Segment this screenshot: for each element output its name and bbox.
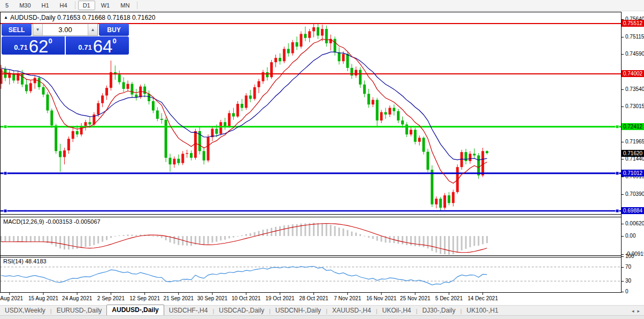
- tab-dj30-daily[interactable]: DJ30-,Daily: [417, 306, 460, 316]
- line-drag-handle[interactable]: [616, 209, 619, 212]
- chart-title: ▲AUDUSD-,Daily 0.71653 0.71668 0.71618 0…: [4, 14, 155, 21]
- date-label: 5 Dec 2021: [435, 295, 463, 301]
- axis-tick-label: 0.00: [625, 233, 635, 239]
- chart-symbol-label: AUDUSD-,Daily: [10, 14, 56, 21]
- chart-ohlc-values: 0.71653 0.71668 0.71618 0.71620: [57, 14, 156, 21]
- axis-tick: [622, 236, 624, 237]
- toolbar-button-5[interactable]: 5: [1, 1, 13, 10]
- buy-price-big: 64: [93, 39, 113, 54]
- line-drag-handle[interactable]: [4, 209, 7, 212]
- macd-label: MACD(12,26,9) -0.003153 -0.005067: [3, 218, 101, 225]
- status-strip: [0, 315, 644, 319]
- axis-tick-label: 0.74590: [625, 51, 644, 57]
- axis-tick-label: 0.70390: [625, 191, 644, 197]
- axis-tick-label: 100: [625, 253, 634, 259]
- tab-usdchf-h4[interactable]: USDCHF-,H4: [164, 306, 213, 316]
- date-label: 16 Nov 2021: [366, 295, 397, 301]
- buy-price-sup: 0: [112, 37, 116, 45]
- axis-tick: [622, 281, 624, 282]
- axis-tick: [622, 224, 624, 224]
- axis-tick-label: 0.006201: [625, 221, 644, 226]
- tab-usdcad-daily[interactable]: USDCAD-,Daily: [214, 306, 269, 316]
- tabs-scroll-left-icon[interactable]: ◂: [632, 308, 634, 314]
- buy-price-small: 0.71: [78, 43, 91, 51]
- buy-button[interactable]: BUY: [99, 24, 129, 36]
- sell-price-display[interactable]: 0.71 62 0: [2, 36, 65, 55]
- date-label: 25 Nov 2021: [400, 295, 431, 301]
- tab-ukoil-h4[interactable]: UKOil-,H4: [378, 306, 416, 316]
- volume-stepper: ▼ 3.00 ▲: [33, 24, 98, 36]
- date-label: 14 Dec 2021: [467, 295, 498, 301]
- date-label: 21 Sep 2021: [163, 295, 194, 301]
- tab-xauusd-h4[interactable]: XAUUSD-,H4: [327, 306, 376, 316]
- rsi-label: RSI(14) 48.4183: [3, 258, 47, 264]
- date-label: 15 Aug 2021: [28, 295, 59, 301]
- tab-audusd-daily[interactable]: AUDUSD-,Daily: [106, 305, 164, 316]
- level-price-tag: 0.74002: [622, 70, 644, 77]
- date-label: 7 Nov 2021: [334, 295, 362, 301]
- axis-tick-label: 0.75115: [625, 34, 644, 40]
- axis-tick-label: 0.71440: [625, 156, 644, 162]
- axis-tick-label: 0.73540: [625, 86, 644, 92]
- axis-tick: [622, 159, 624, 160]
- current-price-tag: 0.71620: [622, 150, 644, 157]
- toolbar-button-h1[interactable]: H1: [37, 1, 54, 10]
- tab-usdx-weekly[interactable]: USDX,Weekly: [0, 306, 50, 316]
- toolbar-separator: [137, 2, 137, 9]
- tab-usdcnh-daily[interactable]: USDCNH-,Daily: [271, 306, 326, 316]
- trading-terminal: 5M30H1H4D1W1MN MACD(12,26,9) -0.003153 -…: [0, 0, 644, 319]
- axis-tick-label: 70: [625, 264, 631, 270]
- level-price-tag: 0.75512: [622, 20, 644, 27]
- axis-tick: [622, 267, 624, 268]
- sell-price-sup: 0: [48, 37, 52, 45]
- date-label: 10 Oct 2021: [232, 295, 261, 301]
- toolbar-button-m30[interactable]: M30: [14, 1, 35, 10]
- buy-price-display[interactable]: 0.71 64 0: [66, 36, 129, 55]
- axis-tick: [622, 107, 624, 107]
- axis-tick-label: 0.73015: [625, 103, 644, 109]
- level-price-tag: 0.69884: [622, 207, 644, 214]
- date-label: 30 Sep 2021: [197, 295, 228, 301]
- date-label: 2 Sep 2021: [97, 295, 125, 301]
- axis-tick-label: 0: [625, 288, 628, 294]
- line-drag-handle[interactable]: [4, 125, 7, 128]
- date-label: 19 Oct 2021: [265, 295, 295, 301]
- axis-tick: [622, 256, 624, 257]
- price-axis[interactable]: 0.756400.751150.745900.735400.730150.719…: [622, 12, 644, 304]
- date-label: 12 Sep 2021: [129, 295, 160, 301]
- axis-tick: [622, 37, 624, 37]
- toolbar-separator: [75, 2, 75, 9]
- sell-button[interactable]: SELL: [2, 24, 32, 36]
- toolbar-button-h4[interactable]: H4: [55, 1, 72, 10]
- axis-tick: [622, 292, 624, 292]
- date-label: 28 Oct 2021: [299, 295, 328, 301]
- toolbar-button-w1[interactable]: W1: [96, 1, 115, 10]
- axis-tick: [622, 54, 624, 55]
- axis-tick-label: 30: [625, 278, 631, 284]
- volume-decrease-button[interactable]: ▼: [33, 24, 43, 35]
- volume-increase-button[interactable]: ▲: [88, 24, 97, 35]
- chevron-down-icon: ▼: [36, 27, 40, 32]
- line-drag-handle[interactable]: [616, 172, 619, 175]
- axis-tick: [622, 194, 624, 195]
- collapse-arrow-icon: ▲: [4, 15, 8, 20]
- date-label: 5 Aug 2021: [0, 295, 24, 301]
- one-click-trade-panel: SELL ▼ 3.00 ▲ BUY 0.71 62 0 0.71 64 0: [2, 24, 129, 55]
- axis-tick-label: 0.71965: [625, 139, 644, 145]
- axis-tick: [622, 142, 624, 142]
- tabs-scroll-right-icon[interactable]: ▸: [637, 308, 640, 314]
- date-label: 24 Aug 2021: [62, 295, 93, 301]
- toolbar-button-mn[interactable]: MN: [116, 1, 134, 10]
- line-drag-handle[interactable]: [616, 125, 619, 128]
- symbol-tab-bar: USDX,Weekly|EURUSD-,DailyAUDUSD-,DailyUS…: [0, 305, 644, 316]
- tab-uk100-h1[interactable]: UK100-,H1: [462, 306, 503, 316]
- level-price-tag: 0.72412: [622, 123, 644, 130]
- tab-eurusd-daily[interactable]: EURUSD-,Daily: [52, 306, 107, 316]
- sell-price-small: 0.71: [14, 43, 27, 51]
- toolbar-button-d1[interactable]: D1: [78, 1, 95, 10]
- line-drag-handle[interactable]: [4, 172, 7, 175]
- chevron-up-icon: ▲: [91, 27, 95, 32]
- volume-value[interactable]: 3.00: [43, 24, 88, 35]
- level-price-tag: 0.71012: [622, 170, 644, 177]
- timeframe-toolbar: 5M30H1H4D1W1MN: [0, 0, 644, 11]
